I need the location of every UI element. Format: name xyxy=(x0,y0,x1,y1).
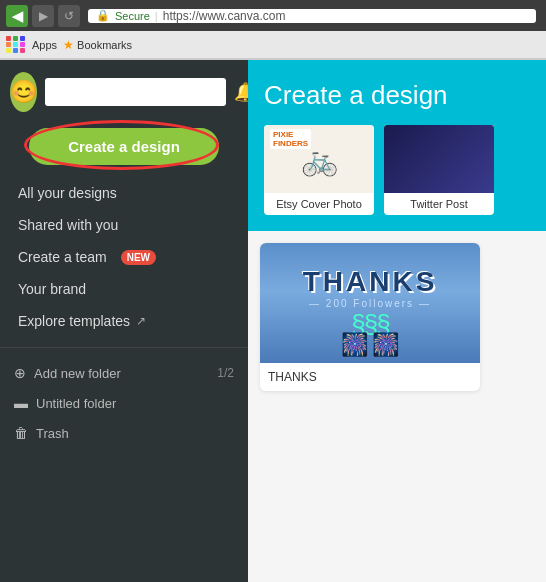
sidebar: 😊 🔔 Create a design All your designs Sha… xyxy=(0,60,248,582)
external-link-icon: ↗ xyxy=(136,314,146,328)
thanks-card-label: THANKS xyxy=(260,363,480,391)
shared-label: Shared with you xyxy=(18,217,118,233)
refresh-button[interactable]: ↺ xyxy=(58,5,80,27)
create-button-wrap: Create a design xyxy=(0,124,248,173)
separator: | xyxy=(155,10,158,22)
apps-bookmark[interactable]: Apps xyxy=(32,39,57,51)
new-badge: NEW xyxy=(121,250,156,265)
untitled-folder-label: Untitled folder xyxy=(36,396,116,411)
firework-left: 🎆 xyxy=(341,332,368,358)
sidebar-item-explore-templates[interactable]: Explore templates ↗ xyxy=(0,305,248,337)
sidebar-item-all-designs[interactable]: All your designs xyxy=(0,177,248,209)
content-bottom: THANKS — 200 Followers — §§§ 🎆 🎆 THANKS xyxy=(248,231,546,582)
content-top: Create a design PIXIEFINDERS 🚲 Etsy Cove… xyxy=(248,60,546,231)
trash-item[interactable]: 🗑 Trash xyxy=(0,418,248,448)
twitter-card-label: Twitter Post xyxy=(384,193,494,215)
sidebar-item-shared[interactable]: Shared with you xyxy=(0,209,248,241)
lock-icon: 🔒 xyxy=(96,9,110,22)
browser-top-bar: ◀ ▶ ↺ 🔒 Secure | https://www.canva.com xyxy=(0,0,546,31)
address-bar[interactable]: 🔒 Secure | https://www.canva.com xyxy=(88,9,536,23)
all-designs-label: All your designs xyxy=(18,185,117,201)
apps-icon[interactable] xyxy=(6,36,26,53)
add-folder-icon: ⊕ xyxy=(14,365,26,381)
create-design-button[interactable]: Create a design xyxy=(29,128,219,165)
thanks-subtitle: — 200 Followers — xyxy=(309,298,431,309)
sidebar-item-your-brand[interactable]: Your brand xyxy=(0,273,248,305)
thanks-card-image: THANKS — 200 Followers — §§§ 🎆 🎆 xyxy=(260,243,480,363)
trash-label: Trash xyxy=(36,426,69,441)
twitter-post-card[interactable]: WILSHIREBAKERY Twitter Post xyxy=(384,125,494,215)
add-folder-label: Add new folder xyxy=(34,366,121,381)
etsy-cover-card[interactable]: PIXIEFINDERS 🚲 Etsy Cover Photo xyxy=(264,125,374,215)
untitled-folder-item[interactable]: ▬ Untitled folder xyxy=(0,388,248,418)
avatar: 😊 xyxy=(10,72,37,112)
twitter-card-image: WILSHIREBAKERY xyxy=(384,125,494,193)
explore-templates-label: Explore templates xyxy=(18,313,130,329)
your-brand-label: Your brand xyxy=(18,281,86,297)
etsy-card-label: Etsy Cover Photo xyxy=(264,193,374,215)
apps-label: Apps xyxy=(32,39,57,51)
sidebar-header: 😊 🔔 xyxy=(0,60,248,124)
back-button[interactable]: ◀ xyxy=(6,5,28,27)
fireworks: 🎆 🎆 xyxy=(341,332,399,358)
firework-right: 🎆 xyxy=(372,332,399,358)
design-cards: PIXIEFINDERS 🚲 Etsy Cover Photo WILSHIRE… xyxy=(264,125,530,215)
content-title: Create a design xyxy=(264,80,530,111)
thanks-card[interactable]: THANKS — 200 Followers — §§§ 🎆 🎆 THANKS xyxy=(260,243,480,391)
twitter-bg xyxy=(384,125,494,193)
create-team-label: Create a team xyxy=(18,249,107,265)
sidebar-item-create-team[interactable]: Create a team NEW xyxy=(0,241,248,273)
main-area: 😊 🔔 Create a design All your designs Sha… xyxy=(0,60,546,582)
sidebar-divider xyxy=(0,347,248,348)
etsy-logo: PIXIEFINDERS xyxy=(270,129,311,149)
secure-label: Secure xyxy=(115,10,150,22)
browser-bookmarks-bar: Apps ★ Bookmarks xyxy=(0,31,546,59)
content-area: Create a design PIXIEFINDERS 🚲 Etsy Cove… xyxy=(248,60,546,582)
add-folder-item[interactable]: ⊕ Add new folder 1/2 xyxy=(0,358,248,388)
thanks-title: THANKS xyxy=(303,266,438,298)
browser-bar: ◀ ▶ ↺ 🔒 Secure | https://www.canva.com A… xyxy=(0,0,546,60)
url-text: https://www.canva.com xyxy=(163,9,286,23)
folder-icon: ▬ xyxy=(14,395,28,411)
user-search-input[interactable] xyxy=(45,78,226,106)
sidebar-nav: All your designs Shared with you Create … xyxy=(0,173,248,341)
bookmarks-label: Bookmarks xyxy=(77,39,132,51)
bookmarks-item[interactable]: ★ Bookmarks xyxy=(63,38,132,52)
trash-icon: 🗑 xyxy=(14,425,28,441)
star-icon: ★ xyxy=(63,38,74,52)
forward-button[interactable]: ▶ xyxy=(32,5,54,27)
etsy-card-image: PIXIEFINDERS 🚲 xyxy=(264,125,374,193)
folder-count: 1/2 xyxy=(217,366,234,380)
folder-section: ⊕ Add new folder 1/2 ▬ Untitled folder 🗑… xyxy=(0,354,248,452)
